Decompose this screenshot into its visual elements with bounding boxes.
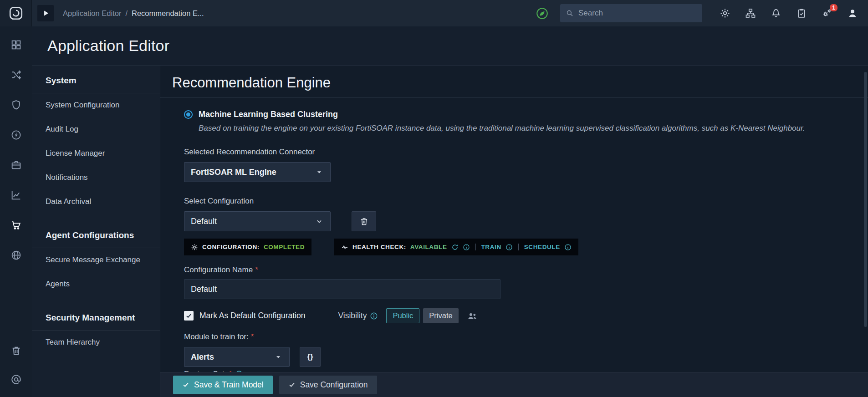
visibility-label: Visibility: [338, 311, 367, 321]
left-icon-rail: [0, 26, 32, 397]
train-info-icon[interactable]: [505, 244, 513, 251]
sidebar-item-system-configuration[interactable]: System Configuration: [32, 93, 160, 117]
configuration-select-value: Default: [191, 217, 315, 226]
sidebar-section-title-security-management: Security Management: [32, 303, 160, 331]
rail-bottom-group: [10, 345, 22, 385]
search-icon: [566, 9, 574, 17]
sidebar-item-license-manager[interactable]: License Manager: [32, 142, 160, 166]
sidebar-item-team-hierarchy[interactable]: Team Hierarchy: [32, 331, 160, 355]
breadcrumb-app-link[interactable]: Application Editor: [63, 9, 121, 18]
shield-icon[interactable]: [10, 99, 22, 111]
dashboard-grid-icon[interactable]: [10, 39, 22, 51]
shuffle-connectors-icon[interactable]: [10, 69, 22, 81]
visibility-info-icon[interactable]: [370, 312, 378, 320]
reports-chart-icon[interactable]: [10, 189, 22, 201]
default-configuration-checkbox[interactable]: [184, 311, 194, 321]
content-scrollbar[interactable]: [864, 72, 867, 327]
default-configuration-checkbox-label: Mark As Default Configuration: [199, 311, 305, 321]
support-at-icon[interactable]: [10, 374, 22, 385]
recycle-bin-trash-icon[interactable]: [10, 345, 22, 356]
schedule-info-icon[interactable]: [564, 244, 572, 251]
train-link[interactable]: TRAIN: [481, 244, 501, 250]
connector-dropdown[interactable]: FortiSOAR ML Engine: [184, 162, 331, 182]
page-header: Application Editor: [32, 26, 868, 66]
sidebar-item-agents[interactable]: Agents: [32, 272, 160, 296]
required-asterisk: *: [251, 332, 254, 341]
footer-action-bar: Save & Train Model Save Configuration: [160, 372, 868, 397]
notification-badge: 1: [830, 4, 837, 11]
connector-label: Selected Recommendation Connector: [184, 148, 868, 157]
check-icon: [185, 312, 192, 319]
configuration-select[interactable]: Default: [184, 211, 331, 231]
refresh-icon[interactable]: [451, 244, 459, 251]
sidebar-item-secure-message-exchange[interactable]: Secure Message Exchange: [32, 248, 160, 272]
bell-icon[interactable]: [771, 8, 781, 19]
gear-icon: [191, 244, 198, 251]
fortisoar-logo-icon[interactable]: [0, 0, 32, 26]
caret-down-icon: [315, 168, 324, 177]
search-box[interactable]: [560, 4, 702, 22]
configuration-status-value: COMPLETED: [264, 244, 305, 250]
pulse-icon: [341, 244, 348, 251]
content-title: Recommendation Engine: [160, 66, 868, 98]
recommendation-form: Machine Learning Based Clustering Based …: [160, 110, 868, 379]
content-panel: Recommendation Engine Machine Learning B…: [160, 66, 868, 397]
trash-icon: [359, 217, 369, 226]
caret-down-icon: [274, 352, 283, 361]
chevron-down-icon: [315, 217, 324, 226]
expand-nav-play-button[interactable]: [37, 5, 54, 21]
configuration-status-label: CONFIGURATION:: [202, 244, 260, 250]
sitemap-icon[interactable]: [745, 8, 756, 19]
search-input[interactable]: [578, 9, 697, 18]
module-label: Module to train for:: [184, 332, 249, 341]
sidebar-section-agent-configurations: Agent Configurations Secure Message Exch…: [32, 220, 160, 296]
module-dropdown[interactable]: Alerts: [184, 347, 290, 367]
sidebar-section-system: System System Configuration Audit Log Li…: [32, 66, 160, 214]
briefcase-icon[interactable]: [10, 159, 22, 171]
save-configuration-button[interactable]: Save Configuration: [279, 376, 377, 394]
tasks-clipboard-icon[interactable]: [796, 8, 807, 19]
health-info-icon[interactable]: [463, 244, 470, 251]
services-gears-icon[interactable]: 1: [822, 8, 832, 19]
cart-icon[interactable]: [10, 219, 22, 231]
schedule-link[interactable]: SCHEDULE: [524, 244, 560, 250]
system-health-leaf-icon[interactable]: [536, 7, 548, 20]
json-toggle-button[interactable]: {}: [300, 347, 321, 367]
breadcrumb-current-page: Recommendation E...: [132, 9, 204, 18]
save-configuration-label: Save Configuration: [300, 380, 368, 390]
breadcrumb: Application Editor / Recommendation E...: [63, 9, 204, 18]
globe-icon[interactable]: [10, 249, 22, 261]
teams-people-icon[interactable]: [467, 310, 478, 321]
health-check-chip: HEALTH CHECK: AVAILABLE TRAIN: [334, 239, 578, 255]
configuration-name-label: Configuration Name: [184, 265, 253, 274]
health-check-label: HEALTH CHECK:: [352, 244, 406, 250]
sidebar-item-data-archival[interactable]: Data Archival: [32, 190, 160, 214]
configuration-status-chip: CONFIGURATION: COMPLETED: [184, 239, 311, 255]
configuration-name-input[interactable]: [184, 279, 500, 299]
connector-dropdown-value: FortiSOAR ML Engine: [191, 168, 315, 177]
page-title: Application Editor: [47, 37, 169, 55]
topbar-right: 1: [536, 4, 868, 22]
chip-separator: [475, 244, 476, 250]
visibility-group: Visibility Public Private: [338, 308, 477, 323]
visibility-private-button[interactable]: Private: [423, 308, 458, 323]
settings-gear-icon[interactable]: [720, 8, 730, 19]
ml-clustering-label: Machine Learning Based Clustering: [199, 110, 338, 119]
save-and-train-button[interactable]: Save & Train Model: [173, 376, 273, 394]
check-icon: [182, 381, 189, 388]
ml-clustering-radio[interactable]: [184, 110, 193, 119]
topbar: Application Editor / Recommendation E...: [0, 0, 868, 26]
module-dropdown-value: Alerts: [191, 352, 274, 362]
sidebar-item-audit-log[interactable]: Audit Log: [32, 117, 160, 142]
user-avatar-icon[interactable]: [847, 8, 858, 19]
topbar-icons: 1: [720, 8, 858, 19]
check-icon: [288, 381, 296, 388]
delete-configuration-button[interactable]: [352, 211, 376, 231]
sidebar-item-notifications[interactable]: Notifications: [32, 166, 160, 190]
breadcrumb-separator: /: [125, 9, 128, 18]
sidebar-section-security-management: Security Management Team Hierarchy: [32, 303, 160, 355]
sidebar-section-title-system: System: [32, 66, 160, 93]
automation-bolt-icon[interactable]: [10, 129, 22, 141]
configuration-label: Select Configuration: [184, 197, 868, 206]
visibility-public-button[interactable]: Public: [386, 308, 419, 323]
